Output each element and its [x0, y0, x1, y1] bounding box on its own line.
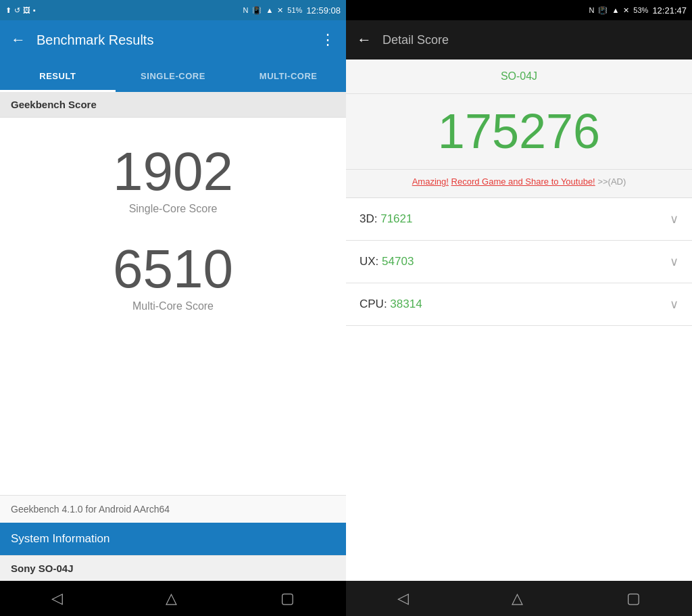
- score-cpu-value: 38314: [390, 298, 422, 310]
- wifi-icon-left: ▲: [266, 6, 273, 14]
- status-right-left: N 📳 ▲ ✕ 51% 12:59:08: [243, 5, 341, 16]
- nfc-icon-left: N: [243, 6, 249, 14]
- time-right: 12:21:47: [652, 5, 687, 16]
- score-row-cpu[interactable]: CPU: 38314 ∨: [346, 283, 692, 326]
- single-core-score: 1902: [113, 145, 233, 199]
- tab-result[interactable]: RESULT: [0, 60, 116, 92]
- score-3d-right: ∨: [670, 212, 678, 227]
- sync-icon: ↺: [14, 6, 20, 15]
- score-3d-value: 71621: [380, 212, 412, 225]
- battery-left: 51%: [287, 6, 302, 14]
- nav-recent-left[interactable]: ▢: [280, 590, 295, 607]
- score-ux-value: 54703: [382, 255, 414, 268]
- ad-label: >>(AD): [597, 176, 626, 187]
- image-icon: 🖼: [23, 6, 30, 14]
- back-button-right[interactable]: ←: [357, 31, 372, 49]
- app-bar-left: ← Benchmark Results ⋮: [0, 20, 346, 60]
- upload-icon: ⬆: [5, 6, 11, 15]
- device-name-section: SO-04J: [346, 60, 692, 94]
- status-right-right: N 📳 ▲ ✕ 53% 12:21:47: [589, 5, 687, 16]
- score-row-3d[interactable]: 3D: 71621 ∨: [346, 198, 692, 241]
- vibrate-icon-right: 📳: [598, 6, 608, 15]
- time-left: 12:59:08: [306, 5, 341, 16]
- battery-right: 53%: [633, 6, 648, 14]
- bottom-nav-right: ◁ △ ▢: [346, 581, 692, 616]
- device-name-right: SO-04J: [501, 70, 537, 82]
- version-info: Geekbench 4.1.0 for Android AArch64: [0, 495, 346, 523]
- back-button-left[interactable]: ←: [11, 31, 26, 49]
- nosim-icon-right: ✕: [623, 6, 629, 15]
- score-ux-label: UX: 54703: [360, 255, 414, 268]
- page-title-right: Detail Score: [382, 33, 449, 47]
- score-ux-right: ∨: [670, 254, 678, 269]
- nav-back-right[interactable]: ◁: [397, 590, 409, 607]
- wifi-icon-right: ▲: [612, 6, 619, 14]
- tab-single-core[interactable]: SINGLE-CORE: [116, 60, 231, 92]
- square-icon: ▪: [33, 6, 36, 14]
- nav-back-left[interactable]: ◁: [51, 590, 63, 607]
- tab-multi-core[interactable]: MULTI-CORE: [230, 60, 346, 92]
- system-info-header: System Information: [0, 523, 346, 555]
- multi-core-block: 6510 Multi-Core Score: [113, 242, 233, 312]
- page-title-left: Benchmark Results: [36, 32, 310, 48]
- single-core-block: 1902 Single-Core Score: [113, 145, 233, 215]
- right-panel: N 📳 ▲ ✕ 53% 12:21:47 ← Detail Score SO-0…: [346, 0, 692, 616]
- multi-core-score: 6510: [113, 242, 233, 296]
- left-panel: ⬆ ↺ 🖼 ▪ N 📳 ▲ ✕ 51% 12:59:08 ← Benchmark…: [0, 0, 346, 616]
- geekbench-score-header: Geekbench Score: [0, 92, 346, 118]
- chevron-cpu: ∨: [670, 297, 678, 312]
- ad-link-text[interactable]: Record Game and Share to Youtube!: [451, 176, 595, 187]
- single-core-label: Single-Core Score: [129, 203, 218, 215]
- nav-home-right[interactable]: △: [512, 590, 523, 607]
- status-bar-right: N 📳 ▲ ✕ 53% 12:21:47: [346, 0, 692, 20]
- vibrate-icon-left: 📳: [252, 6, 262, 15]
- score-cpu-label: CPU: 38314: [360, 298, 422, 311]
- ad-section[interactable]: Amazing! Record Game and Share to Youtub…: [346, 170, 692, 198]
- nav-recent-right[interactable]: ▢: [626, 590, 641, 607]
- tabs-bar-left: RESULT SINGLE-CORE MULTI-CORE: [0, 60, 346, 92]
- bottom-nav-left: ◁ △ ▢: [0, 581, 346, 616]
- score-3d-label: 3D: 71621: [360, 212, 412, 226]
- nfc-icon-right: N: [589, 6, 595, 14]
- status-icons-left: ⬆ ↺ 🖼 ▪: [5, 6, 36, 15]
- score-cpu-right: ∨: [670, 297, 678, 312]
- app-bar-right: ← Detail Score: [346, 20, 692, 60]
- nav-home-left[interactable]: △: [166, 590, 177, 607]
- ad-amazing: Amazing!: [412, 176, 449, 187]
- status-bar-left: ⬆ ↺ 🖼 ▪ N 📳 ▲ ✕ 51% 12:59:08: [0, 0, 346, 20]
- multi-core-label: Multi-Core Score: [132, 300, 214, 312]
- chevron-3d: ∨: [670, 212, 678, 227]
- more-button-left[interactable]: ⋮: [320, 31, 335, 49]
- main-score-section: 175276: [346, 94, 692, 170]
- score-row-ux[interactable]: UX: 54703 ∨: [346, 241, 692, 283]
- device-name-row: Sony SO-04J: [0, 555, 346, 581]
- nosim-icon-left: ✕: [277, 6, 283, 15]
- main-score: 175276: [438, 104, 600, 158]
- chevron-ux: ∨: [670, 254, 678, 269]
- scores-area: 1902 Single-Core Score 6510 Multi-Core S…: [0, 118, 346, 495]
